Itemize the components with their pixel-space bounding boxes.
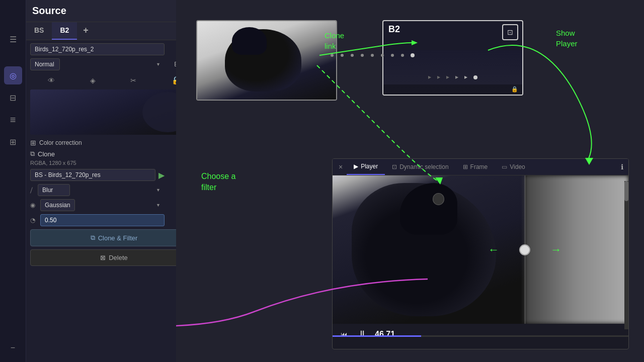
arrow-dot-2: ▶ [437,75,440,79]
arrow-dot-4: ▶ [455,75,458,79]
show-player-annotation: ShowPlayer [556,28,578,49]
progress-bar[interactable] [333,335,628,337]
clone-label: Clone [38,150,55,158]
svg-point-1 [341,54,344,57]
color-correction-icon: ⊞ [30,139,36,147]
player-tabs: × ▶ Player ⊡ Dynamic selection ⊞ Frame ▭… [333,159,628,175]
origin-input[interactable] [30,169,155,181]
icon-strip: ☰ ◎ ⊟ ≡ ⊞ − [0,0,26,362]
svg-point-2 [351,54,354,57]
clone-filter-icon: ⧉ [91,234,95,242]
eye-icon[interactable]: 👁 [45,75,58,85]
tab-add[interactable]: + [77,22,95,40]
blending-row: Normal Add Multiply Screen Blending [30,58,198,70]
method-icon: ◉ [30,202,35,209]
grid-icon[interactable]: ⊞ [4,133,22,151]
video-tab-icon: ▭ [502,163,507,170]
blending-select[interactable]: Normal Add Multiply Screen [30,58,60,70]
clone-filter-label: Clone & Filter [98,234,138,242]
source-tabs: BS B2 + [26,22,202,40]
lock-indicator: 🔒 [511,86,518,93]
tab-b2[interactable]: B2 [52,22,77,40]
clone-info: ⧉ Clone [30,150,198,158]
tab-video[interactable]: ▭ Video [495,159,532,174]
scrollbar-thumb[interactable] [624,181,628,201]
dynamic-tab-label: Dynamic selection [399,163,448,170]
delete-icon: ⊠ [100,254,106,261]
main-content: B5 B2 ⊡ ▶ ▶ ▶ ▶ ▶ 🔒 × [176,0,644,362]
arrow-dot-1: ▶ [428,75,431,79]
filter-row: ⧸ Blur None Sharpen Color Filter [30,184,198,196]
arrow-circle [473,75,477,79]
sidebar-header: Source #1 [26,0,202,22]
b2-label: B2 [388,24,400,35]
target-icon[interactable]: ◎ [4,66,22,84]
play-tab-icon: ▶ [354,163,358,170]
radius-input[interactable] [40,214,165,226]
svg-point-3 [361,54,364,57]
color-correction-header: ⊞ Color correction ☰ [30,139,198,147]
player-close-btn[interactable]: × [335,160,347,174]
choose-filter-annotation: Choose afilter [201,171,236,194]
progress-fill [333,335,421,337]
player-controls: ⏮ ⏸ 46.71 [333,324,628,344]
sidebar-title: Source [32,5,66,17]
scrub-right-arrow[interactable]: → [550,243,561,256]
hamburger-icon[interactable]: ☰ [4,30,22,48]
player-panel: × ▶ Player ⊡ Dynamic selection ⊞ Frame ▭… [332,158,629,349]
play-origin-btn[interactable]: ▶ [155,170,168,180]
pause-btn[interactable]: ⏸ [356,327,369,341]
thumbnail-area [30,89,198,135]
filter-select[interactable]: Blur None Sharpen Color [38,184,70,196]
clone-filter-button[interactable]: ⧉ Clone & Filter [30,229,198,246]
svg-point-4 [371,54,374,57]
audio-icon[interactable]: ◈ [87,75,99,85]
scrub-handle[interactable] [519,244,530,255]
tab-frame[interactable]: ⊞ Frame [456,159,495,174]
color-correction-label: Color correction [39,139,82,146]
info-icon[interactable]: ℹ [618,160,626,174]
delete-button[interactable]: ⊠ Delete [30,249,198,266]
play-tab-label: Player [361,163,378,170]
clone-icon: ⧉ [30,150,35,158]
thumbnail-preview [30,89,198,135]
source-panel: Name Normal Add Multiply Screen Blending… [26,40,202,272]
scissor-icon[interactable]: ✂ [127,75,139,85]
video-tab-label: Video [510,163,525,170]
layers-icon[interactable]: ⊟ [4,88,22,107]
frame-tab-icon: ⊞ [463,163,468,170]
method-select[interactable]: Gaussian Linear Box [40,199,75,211]
filter-select-wrapper: Blur None Sharpen Color [38,184,165,196]
tab-dynamic[interactable]: ⊡ Dynamic selection [385,159,455,174]
arrow-dot-5: ▶ [464,75,467,79]
dynamic-tab-icon: ⊡ [392,163,397,170]
method-row: ◉ Gaussian Linear Box Method [30,199,198,211]
name-input[interactable] [30,43,165,55]
blending-select-wrapper: Normal Add Multiply Screen [30,58,165,70]
scrub-left-arrow[interactable]: ← [488,243,499,256]
rewind-btn[interactable]: ⏮ [339,328,350,340]
scrubber-area[interactable]: ← → [488,243,561,256]
b2-box: B2 ⊡ ▶ ▶ ▶ ▶ ▶ 🔒 [382,20,523,96]
source-preview: B5 [196,20,337,101]
frame-tab-label: Frame [470,163,488,170]
arrow-dot-3: ▶ [446,75,449,79]
preview-bird-image [197,21,336,100]
icons-row: 👁 ◈ ✂ 🔓 [30,73,198,87]
scrollbar[interactable] [624,181,628,329]
delete-label: Delete [109,254,128,261]
radius-row: ◔ Radius [30,214,198,226]
player-video-area: ← → [333,175,628,324]
tab-player[interactable]: ▶ Player [347,159,385,175]
method-select-wrapper: Gaussian Linear Box [40,199,165,211]
timecode-display: 46.71 [375,330,395,339]
minus-icon[interactable]: − [4,339,22,357]
filter-slash-icon: ⧸ [30,187,33,194]
show-player-icon[interactable]: ⊡ [502,24,518,40]
tab-bs[interactable]: BS [26,22,52,40]
origin-row: ▶ Origin [30,169,198,181]
rgba-info: RGBA, 1280 x 675 [30,160,198,166]
stack-icon[interactable]: ≡ [4,111,22,129]
radius-icon: ◔ [30,217,35,224]
name-row: Name [30,43,198,55]
